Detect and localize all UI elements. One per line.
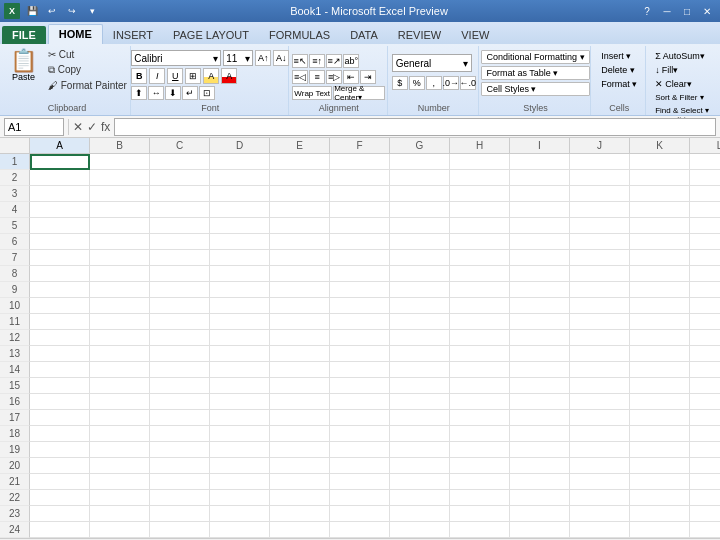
cell-F1[interactable] — [330, 154, 390, 170]
cell-L15[interactable] — [690, 378, 720, 394]
cell-K10[interactable] — [630, 298, 690, 314]
col-header-K[interactable]: K — [630, 138, 690, 153]
cell-K15[interactable] — [630, 378, 690, 394]
cell-J22[interactable] — [570, 490, 630, 506]
cell-C12[interactable] — [150, 330, 210, 346]
cell-D9[interactable] — [210, 282, 270, 298]
cell-F5[interactable] — [330, 218, 390, 234]
cell-H4[interactable] — [450, 202, 510, 218]
cell-I13[interactable] — [510, 346, 570, 362]
cell-E11[interactable] — [270, 314, 330, 330]
cell-D2[interactable] — [210, 170, 270, 186]
cell-J6[interactable] — [570, 234, 630, 250]
quick-access-undo[interactable]: ↩ — [44, 3, 60, 19]
cell-F20[interactable] — [330, 458, 390, 474]
fill-button[interactable]: ↓ Fill▾ — [651, 64, 713, 76]
cell-E3[interactable] — [270, 186, 330, 202]
cell-C15[interactable] — [150, 378, 210, 394]
row-header-22[interactable]: 22 — [0, 490, 30, 506]
cell-L6[interactable] — [690, 234, 720, 250]
cell-A3[interactable] — [30, 186, 90, 202]
row-header-21[interactable]: 21 — [0, 474, 30, 490]
cell-J7[interactable] — [570, 250, 630, 266]
view-tab[interactable]: VIEW — [451, 26, 499, 44]
cell-B9[interactable] — [90, 282, 150, 298]
cell-K23[interactable] — [630, 506, 690, 522]
cell-D11[interactable] — [210, 314, 270, 330]
cell-H12[interactable] — [450, 330, 510, 346]
decrease-decimal-button[interactable]: ←.0 — [460, 76, 476, 90]
row-header-13[interactable]: 13 — [0, 346, 30, 362]
cell-K5[interactable] — [630, 218, 690, 234]
merge-center-button[interactable]: Merge & Center▾ — [333, 86, 385, 100]
cell-A16[interactable] — [30, 394, 90, 410]
cancel-formula-icon[interactable]: ✕ — [73, 120, 83, 134]
cell-J15[interactable] — [570, 378, 630, 394]
cell-K13[interactable] — [630, 346, 690, 362]
row-header-15[interactable]: 15 — [0, 378, 30, 394]
underline-button[interactable]: U — [167, 68, 183, 84]
row-header-7[interactable]: 7 — [0, 250, 30, 266]
cell-D12[interactable] — [210, 330, 270, 346]
align-left-top-button[interactable]: ≡↖ — [292, 54, 308, 68]
row-header-14[interactable]: 14 — [0, 362, 30, 378]
cell-G18[interactable] — [390, 426, 450, 442]
cell-L23[interactable] — [690, 506, 720, 522]
cell-E12[interactable] — [270, 330, 330, 346]
cell-F22[interactable] — [330, 490, 390, 506]
cell-G20[interactable] — [390, 458, 450, 474]
cell-J21[interactable] — [570, 474, 630, 490]
cell-L20[interactable] — [690, 458, 720, 474]
minimize-button[interactable]: ─ — [658, 3, 676, 19]
cell-K24[interactable] — [630, 522, 690, 538]
row-header-3[interactable]: 3 — [0, 186, 30, 202]
cell-K6[interactable] — [630, 234, 690, 250]
cell-D16[interactable] — [210, 394, 270, 410]
cell-K1[interactable] — [630, 154, 690, 170]
col-header-G[interactable]: G — [390, 138, 450, 153]
cell-I19[interactable] — [510, 442, 570, 458]
increase-font-button[interactable]: A↑ — [255, 50, 271, 66]
delete-button[interactable]: Delete ▾ — [597, 64, 641, 76]
cell-G24[interactable] — [390, 522, 450, 538]
cell-J10[interactable] — [570, 298, 630, 314]
cell-G22[interactable] — [390, 490, 450, 506]
cell-D23[interactable] — [210, 506, 270, 522]
cell-D19[interactable] — [210, 442, 270, 458]
cell-A5[interactable] — [30, 218, 90, 234]
comma-button[interactable]: , — [426, 76, 442, 90]
cell-J5[interactable] — [570, 218, 630, 234]
copy-button[interactable]: ⧉ Copy — [45, 63, 130, 77]
cell-J9[interactable] — [570, 282, 630, 298]
cell-C18[interactable] — [150, 426, 210, 442]
cell-G2[interactable] — [390, 170, 450, 186]
cell-I3[interactable] — [510, 186, 570, 202]
cell-L1[interactable] — [690, 154, 720, 170]
increase-decimal-button[interactable]: .0→ — [443, 76, 459, 90]
align-middle-button[interactable]: ↔ — [148, 86, 164, 100]
cell-E6[interactable] — [270, 234, 330, 250]
cell-A20[interactable] — [30, 458, 90, 474]
row-header-2[interactable]: 2 — [0, 170, 30, 186]
cell-A4[interactable] — [30, 202, 90, 218]
clear-button[interactable]: ✕ Clear▾ — [651, 78, 713, 90]
cell-H18[interactable] — [450, 426, 510, 442]
cell-I22[interactable] — [510, 490, 570, 506]
cell-H8[interactable] — [450, 266, 510, 282]
wrap-text-button[interactable]: ↵ — [182, 86, 198, 100]
cell-I5[interactable] — [510, 218, 570, 234]
accounting-button[interactable]: $ — [392, 76, 408, 90]
cell-H6[interactable] — [450, 234, 510, 250]
cell-H9[interactable] — [450, 282, 510, 298]
cell-I8[interactable] — [510, 266, 570, 282]
cell-A19[interactable] — [30, 442, 90, 458]
align-top-button[interactable]: ⬆ — [131, 86, 147, 100]
page-layout-tab[interactable]: PAGE LAYOUT — [163, 26, 259, 44]
cell-L19[interactable] — [690, 442, 720, 458]
cell-J24[interactable] — [570, 522, 630, 538]
cell-F2[interactable] — [330, 170, 390, 186]
percent-button[interactable]: % — [409, 76, 425, 90]
cell-L14[interactable] — [690, 362, 720, 378]
cell-J1[interactable] — [570, 154, 630, 170]
cell-J14[interactable] — [570, 362, 630, 378]
